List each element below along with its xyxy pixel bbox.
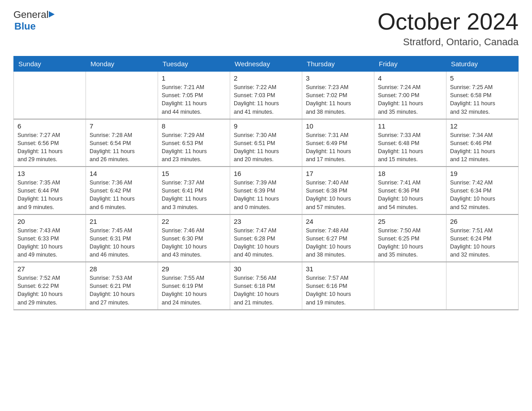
day-info: Sunrise: 7:28 AMSunset: 6:54 PMDaylight:… (90, 131, 154, 164)
calendar-cell: 20Sunrise: 7:43 AMSunset: 6:33 PMDayligh… (14, 214, 86, 262)
day-number: 24 (306, 218, 370, 225)
calendar-cell: 21Sunrise: 7:45 AMSunset: 6:31 PMDayligh… (86, 214, 158, 262)
week-row-5: 27Sunrise: 7:52 AMSunset: 6:22 PMDayligh… (14, 262, 519, 310)
day-number: 18 (378, 170, 442, 177)
calendar-cell: 12Sunrise: 7:34 AMSunset: 6:46 PMDayligh… (446, 119, 519, 167)
week-row-4: 20Sunrise: 7:43 AMSunset: 6:33 PMDayligh… (14, 214, 519, 262)
calendar-cell: 11Sunrise: 7:33 AMSunset: 6:48 PMDayligh… (374, 119, 446, 167)
day-info: Sunrise: 7:31 AMSunset: 6:49 PMDaylight:… (306, 131, 370, 164)
logo: General Blue (13, 9, 55, 32)
day-info: Sunrise: 7:51 AMSunset: 6:24 PMDaylight:… (450, 227, 515, 259)
day-number: 4 (378, 74, 442, 82)
calendar-cell: 2Sunrise: 7:22 AMSunset: 7:03 PMDaylight… (230, 72, 302, 119)
calendar-cell: 27Sunrise: 7:52 AMSunset: 6:22 PMDayligh… (14, 262, 86, 310)
day-info: Sunrise: 7:50 AMSunset: 6:25 PMDaylight:… (378, 227, 442, 259)
calendar-cell: 28Sunrise: 7:53 AMSunset: 6:21 PMDayligh… (86, 262, 158, 310)
calendar-cell: 25Sunrise: 7:50 AMSunset: 6:25 PMDayligh… (374, 214, 446, 262)
day-header-tuesday: Tuesday (158, 56, 230, 72)
calendar-cell: 13Sunrise: 7:35 AMSunset: 6:44 PMDayligh… (14, 167, 86, 214)
day-number: 13 (17, 170, 82, 177)
day-info: Sunrise: 7:21 AMSunset: 7:05 PMDaylight:… (162, 83, 226, 116)
day-number: 15 (162, 170, 226, 177)
day-info: Sunrise: 7:29 AMSunset: 6:53 PMDaylight:… (162, 131, 226, 164)
calendar-cell: 1Sunrise: 7:21 AMSunset: 7:05 PMDaylight… (158, 72, 230, 119)
day-number: 20 (17, 218, 82, 225)
day-info: Sunrise: 7:52 AMSunset: 6:22 PMDaylight:… (17, 274, 82, 307)
page-header: General Blue October 2024 Stratford, Ont… (13, 9, 519, 48)
day-number: 17 (306, 170, 370, 177)
day-number: 5 (450, 74, 515, 82)
day-info: Sunrise: 7:23 AMSunset: 7:02 PMDaylight:… (306, 83, 370, 116)
day-info: Sunrise: 7:55 AMSunset: 6:19 PMDaylight:… (162, 274, 226, 307)
week-row-1: 1Sunrise: 7:21 AMSunset: 7:05 PMDaylight… (14, 72, 519, 119)
day-number: 16 (234, 170, 298, 177)
calendar-cell: 31Sunrise: 7:57 AMSunset: 6:16 PMDayligh… (302, 262, 374, 310)
day-info: Sunrise: 7:35 AMSunset: 6:44 PMDaylight:… (17, 179, 82, 211)
day-number: 3 (306, 74, 370, 82)
day-number: 11 (378, 122, 442, 130)
day-info: Sunrise: 7:33 AMSunset: 6:48 PMDaylight:… (378, 131, 442, 164)
calendar-cell (14, 72, 86, 119)
day-header-thursday: Thursday (302, 56, 374, 72)
day-number: 7 (90, 122, 154, 130)
calendar-cell (374, 262, 446, 310)
calendar-cell: 5Sunrise: 7:25 AMSunset: 6:58 PMDaylight… (446, 72, 519, 119)
day-number: 28 (90, 265, 154, 273)
day-number: 2 (234, 74, 298, 82)
logo-blue-text: Blue (14, 21, 55, 32)
calendar-cell (446, 262, 519, 310)
day-number: 8 (162, 122, 226, 130)
logo-arrow-icon (49, 11, 55, 17)
day-info: Sunrise: 7:27 AMSunset: 6:56 PMDaylight:… (17, 131, 82, 164)
calendar-header-row: SundayMondayTuesdayWednesdayThursdayFrid… (14, 56, 519, 72)
calendar-cell: 19Sunrise: 7:42 AMSunset: 6:34 PMDayligh… (446, 167, 519, 214)
calendar-cell: 24Sunrise: 7:48 AMSunset: 6:27 PMDayligh… (302, 214, 374, 262)
day-number: 31 (306, 265, 370, 273)
day-info: Sunrise: 7:34 AMSunset: 6:46 PMDaylight:… (450, 131, 515, 164)
day-number: 12 (450, 122, 515, 130)
calendar-cell: 10Sunrise: 7:31 AMSunset: 6:49 PMDayligh… (302, 119, 374, 167)
day-number: 22 (162, 218, 226, 225)
day-number: 25 (378, 218, 442, 225)
calendar-cell: 6Sunrise: 7:27 AMSunset: 6:56 PMDaylight… (14, 119, 86, 167)
day-number: 6 (17, 122, 82, 130)
day-info: Sunrise: 7:30 AMSunset: 6:51 PMDaylight:… (234, 131, 298, 164)
day-header-monday: Monday (86, 56, 158, 72)
day-info: Sunrise: 7:36 AMSunset: 6:42 PMDaylight:… (90, 179, 154, 211)
day-header-friday: Friday (374, 56, 446, 72)
day-info: Sunrise: 7:41 AMSunset: 6:36 PMDaylight:… (378, 179, 442, 211)
week-row-2: 6Sunrise: 7:27 AMSunset: 6:56 PMDaylight… (14, 119, 519, 167)
day-info: Sunrise: 7:57 AMSunset: 6:16 PMDaylight:… (306, 274, 370, 307)
day-info: Sunrise: 7:22 AMSunset: 7:03 PMDaylight:… (234, 83, 298, 116)
day-header-saturday: Saturday (446, 56, 519, 72)
day-number: 19 (450, 170, 515, 177)
day-info: Sunrise: 7:48 AMSunset: 6:27 PMDaylight:… (306, 227, 370, 259)
calendar-cell (86, 72, 158, 119)
calendar-subtitle: Stratford, Ontario, Canada (378, 36, 519, 48)
day-info: Sunrise: 7:53 AMSunset: 6:21 PMDaylight:… (90, 274, 154, 307)
day-info: Sunrise: 7:39 AMSunset: 6:39 PMDaylight:… (234, 179, 298, 211)
day-info: Sunrise: 7:25 AMSunset: 6:58 PMDaylight:… (450, 83, 515, 116)
day-number: 10 (306, 122, 370, 130)
calendar-cell: 3Sunrise: 7:23 AMSunset: 7:02 PMDaylight… (302, 72, 374, 119)
day-info: Sunrise: 7:43 AMSunset: 6:33 PMDaylight:… (17, 227, 82, 259)
day-number: 27 (17, 265, 82, 273)
day-number: 1 (162, 74, 226, 82)
logo-general-text: General (13, 9, 48, 21)
calendar-cell: 17Sunrise: 7:40 AMSunset: 6:38 PMDayligh… (302, 167, 374, 214)
day-info: Sunrise: 7:40 AMSunset: 6:38 PMDaylight:… (306, 179, 370, 211)
calendar-cell: 18Sunrise: 7:41 AMSunset: 6:36 PMDayligh… (374, 167, 446, 214)
calendar-cell: 7Sunrise: 7:28 AMSunset: 6:54 PMDaylight… (86, 119, 158, 167)
calendar-cell: 16Sunrise: 7:39 AMSunset: 6:39 PMDayligh… (230, 167, 302, 214)
day-info: Sunrise: 7:56 AMSunset: 6:18 PMDaylight:… (234, 274, 298, 307)
calendar-cell: 15Sunrise: 7:37 AMSunset: 6:41 PMDayligh… (158, 167, 230, 214)
calendar-cell: 9Sunrise: 7:30 AMSunset: 6:51 PMDaylight… (230, 119, 302, 167)
day-number: 30 (234, 265, 298, 273)
day-number: 26 (450, 218, 515, 225)
day-info: Sunrise: 7:45 AMSunset: 6:31 PMDaylight:… (90, 227, 154, 259)
day-header-sunday: Sunday (14, 56, 86, 72)
day-info: Sunrise: 7:46 AMSunset: 6:30 PMDaylight:… (162, 227, 226, 259)
calendar-table: SundayMondayTuesdayWednesdayThursdayFrid… (13, 56, 519, 310)
day-info: Sunrise: 7:24 AMSunset: 7:00 PMDaylight:… (378, 83, 442, 116)
title-block: October 2024 Stratford, Ontario, Canada (378, 9, 519, 48)
